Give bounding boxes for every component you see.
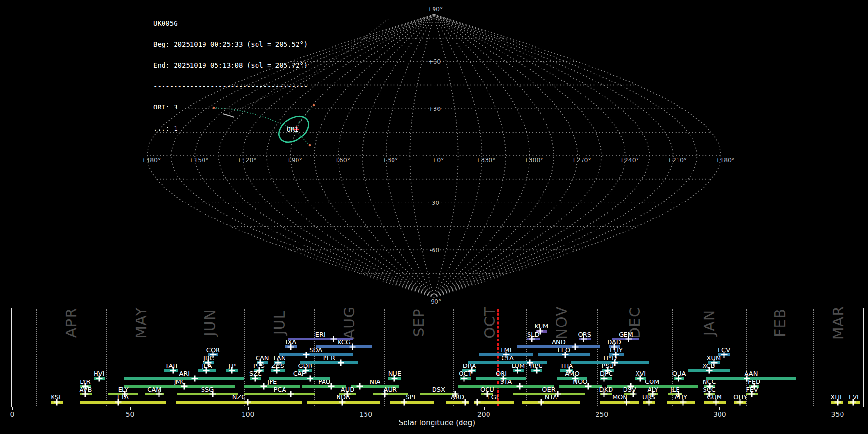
shower-label-PPS: PPS bbox=[253, 362, 265, 369]
x-tick-50 bbox=[130, 407, 131, 410]
shower-label-DRA: DRA bbox=[463, 362, 476, 369]
shower-label-HYD: HYD bbox=[603, 354, 617, 362]
shower-label-NZC: NZC bbox=[232, 393, 246, 401]
shower-label-COM: COM bbox=[645, 378, 660, 385]
shower-label-THA: THA bbox=[560, 362, 573, 369]
month-label-MAY: MAY bbox=[132, 307, 149, 338]
x-tick-150 bbox=[366, 407, 367, 410]
shower-label-AHY: AHY bbox=[674, 393, 687, 401]
shower-label-GUM: GUM bbox=[707, 393, 722, 401]
shower-label-NUE: NUE bbox=[388, 370, 401, 377]
shower-label-LYR: LYR bbox=[80, 378, 91, 385]
shower-label-CAM: CAM bbox=[147, 386, 161, 393]
shower-label-ZCS: ZCS bbox=[271, 362, 284, 369]
shower-bar-NOO bbox=[559, 385, 602, 388]
shower-label-DAD: DAD bbox=[607, 339, 621, 346]
shower-bar-SSG bbox=[177, 393, 238, 395]
x-tick-label-0: 0 bbox=[10, 410, 14, 418]
shower-bar-ETA bbox=[80, 401, 166, 404]
month-boundary-JUN bbox=[176, 309, 176, 406]
shower-label-MON: MON bbox=[612, 393, 627, 401]
shower-label-NIA: NIA bbox=[369, 378, 380, 385]
shower-label-XCB: XCB bbox=[702, 362, 715, 369]
shower-peak-NZC bbox=[245, 399, 251, 405]
shower-label-AAN: AAN bbox=[745, 370, 758, 377]
shower-label-LMI: LMI bbox=[501, 346, 511, 353]
month-boundary-JUL bbox=[244, 309, 245, 406]
shower-label-AND: AND bbox=[552, 339, 566, 346]
x-tick-350 bbox=[838, 407, 839, 410]
shower-label-JBC: JBC bbox=[203, 354, 214, 362]
shower-label-JIP: JIP bbox=[228, 362, 236, 369]
month-label-JUL: JUL bbox=[271, 311, 287, 335]
shower-bar-JMC bbox=[124, 385, 235, 388]
month-label-AUG: AUG bbox=[341, 306, 358, 339]
shower-label-KUM: KUM bbox=[534, 323, 548, 330]
shower-bar-JPE bbox=[244, 385, 300, 388]
shower-label-CAP: CAP bbox=[293, 370, 306, 377]
month-label-JUN: JUN bbox=[201, 309, 218, 336]
shower-label-DPC: DPC bbox=[600, 370, 613, 377]
shower-label-EVI: EVI bbox=[849, 393, 859, 401]
shower-label-JLE: JLE bbox=[670, 386, 679, 393]
month-label-JAN: JAN bbox=[701, 310, 718, 336]
shower-bar-SPE bbox=[390, 401, 434, 404]
x-tick-200 bbox=[484, 407, 485, 410]
month-boundary-MAY bbox=[106, 309, 107, 406]
shower-label-PSU: PSU bbox=[602, 362, 614, 369]
shower-label-DSX: DSX bbox=[432, 386, 445, 393]
shower-peak-SDA bbox=[303, 352, 309, 358]
shower-label-JMC: JMC bbox=[174, 378, 186, 385]
shower-label-FED: FED bbox=[748, 378, 760, 385]
x-tick-label-50: 50 bbox=[126, 410, 135, 418]
month-label-MAR: MAR bbox=[829, 306, 846, 339]
shower-label-OHY: OHY bbox=[733, 393, 747, 401]
shower-bar-NTA bbox=[522, 401, 580, 404]
shower-label-URS: URS bbox=[642, 393, 655, 401]
shower-label-SLD: SLD bbox=[527, 331, 540, 338]
shower-label-STA: STA bbox=[500, 378, 512, 385]
meteor-radiant-screen: +90°-90°+60+30-30-60+180°+150°+120°+90°+… bbox=[0, 0, 868, 434]
month-label-OCT: OCT bbox=[481, 307, 498, 339]
shower-label-OER: OER bbox=[542, 386, 555, 393]
shower-label-JPE: JPE bbox=[267, 378, 277, 385]
x-tick-250 bbox=[602, 407, 603, 410]
shower-label-ECV: ECV bbox=[718, 346, 730, 353]
shower-label-RPU: RPU bbox=[530, 362, 542, 369]
month-label-FEB: FEB bbox=[771, 308, 788, 337]
shower-label-PAU: PAU bbox=[318, 378, 330, 385]
shower-bar-MON bbox=[600, 401, 639, 404]
shower-label-NDA: NDA bbox=[336, 393, 350, 401]
shower-peak-EGE bbox=[475, 399, 481, 405]
shower-label-FEV: FEV bbox=[746, 386, 758, 393]
current-sol-line bbox=[497, 309, 499, 406]
shower-label-SCC: SCC bbox=[703, 386, 715, 393]
shower-bar-NZC bbox=[176, 401, 302, 404]
shower-label-KCG: KCG bbox=[338, 339, 351, 346]
shower-label-ORS: ORS bbox=[578, 331, 592, 338]
shower-peak-NTA bbox=[538, 399, 544, 405]
shower-label-LUM: LUM bbox=[512, 362, 525, 369]
shower-label-XHE: XHE bbox=[830, 393, 843, 401]
x-tick-300 bbox=[719, 407, 720, 410]
shower-label-KSE: KSE bbox=[51, 393, 63, 401]
shower-label-AVB: AVB bbox=[79, 386, 92, 393]
shower-peak-CAP bbox=[307, 375, 313, 381]
x-tick-label-300: 300 bbox=[713, 410, 726, 418]
shower-label-GEM: GEM bbox=[619, 331, 633, 338]
shower-label-ARD: ARD bbox=[451, 393, 464, 401]
shower-label-ELY: ELY bbox=[118, 386, 129, 393]
shower-peak-PER bbox=[338, 360, 344, 366]
shower-bar-SDA bbox=[279, 353, 353, 356]
shower-label-PER: PER bbox=[323, 354, 335, 362]
shower-label-SZC: SZC bbox=[249, 370, 262, 377]
shower-label-AUR: AUR bbox=[384, 386, 397, 393]
shower-label-ORI: ORI bbox=[496, 370, 507, 377]
shower-label-SSG: SSG bbox=[201, 386, 214, 393]
month-label-SEP: SEP bbox=[410, 308, 427, 337]
x-axis-label: Solar longitude (deg) bbox=[399, 419, 475, 427]
shower-peak-ARI bbox=[192, 375, 198, 381]
month-boundary-MAR bbox=[813, 309, 814, 406]
shower-label-DKD: DKD bbox=[599, 386, 613, 393]
x-tick-label-250: 250 bbox=[595, 410, 608, 418]
